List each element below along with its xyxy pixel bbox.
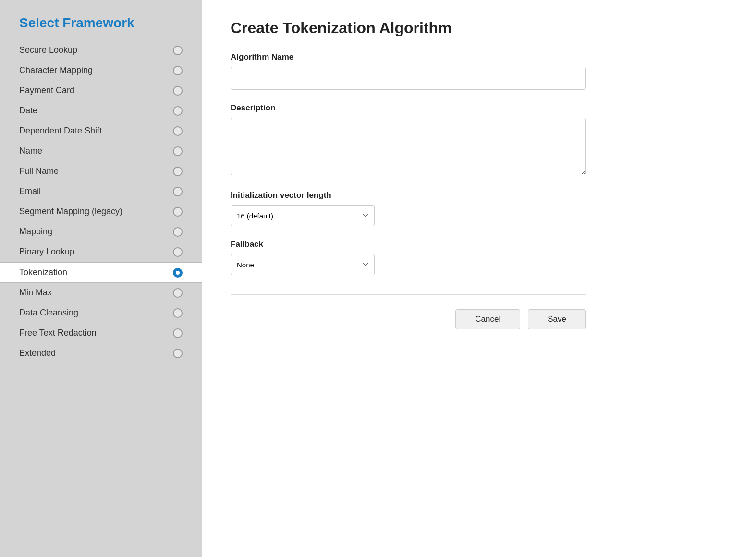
algorithm-name-input[interactable]: [231, 67, 586, 90]
sidebar-item-date[interactable]: Date: [0, 101, 202, 121]
radio-button-min-max[interactable]: [173, 288, 183, 298]
sidebar-title: Select Framework: [0, 12, 202, 40]
save-button[interactable]: Save: [528, 309, 586, 329]
radio-button-full-name[interactable]: [173, 167, 183, 176]
radio-button-character-mapping[interactable]: [173, 66, 183, 75]
page-title: Create Tokenization Algorithm: [231, 19, 727, 37]
description-textarea[interactable]: [231, 118, 586, 175]
sidebar-item-label: Segment Mapping (legacy): [19, 206, 173, 217]
sidebar-item-mapping[interactable]: Mapping: [0, 222, 202, 242]
sidebar-item-min-max[interactable]: Min Max: [0, 283, 202, 303]
sidebar-item-label: Payment Card: [19, 85, 173, 96]
radio-button-data-cleansing[interactable]: [173, 308, 183, 318]
description-label: Description: [231, 103, 727, 113]
framework-sidebar: Select Framework Secure LookupCharacter …: [0, 0, 202, 557]
vector-length-select[interactable]: 16 (default)832: [231, 205, 375, 226]
sidebar-items-list: Secure LookupCharacter MappingPayment Ca…: [0, 40, 202, 363]
form-actions: Cancel Save: [231, 309, 586, 329]
radio-button-secure-lookup[interactable]: [173, 46, 183, 55]
sidebar-item-label: Name: [19, 146, 173, 156]
sidebar-item-name[interactable]: Name: [0, 141, 202, 161]
sidebar-item-payment-card[interactable]: Payment Card: [0, 81, 202, 101]
sidebar-item-extended[interactable]: Extended: [0, 343, 202, 363]
sidebar-item-secure-lookup[interactable]: Secure Lookup: [0, 40, 202, 61]
sidebar-item-tokenization[interactable]: Tokenization: [0, 262, 202, 283]
sidebar-item-label: Full Name: [19, 166, 173, 176]
sidebar-item-label: Secure Lookup: [19, 45, 173, 55]
description-section: Description: [231, 103, 727, 177]
radio-button-mapping[interactable]: [173, 227, 183, 237]
sidebar-item-label: Min Max: [19, 288, 173, 298]
fallback-label: Fallback: [231, 240, 727, 249]
radio-button-name[interactable]: [173, 146, 183, 156]
sidebar-item-label: Character Mapping: [19, 65, 173, 75]
fallback-select[interactable]: NoneOption 1Option 2: [231, 254, 375, 275]
sidebar-item-label: Data Cleansing: [19, 308, 173, 318]
sidebar-item-email[interactable]: Email: [0, 182, 202, 202]
sidebar-item-data-cleansing[interactable]: Data Cleansing: [0, 303, 202, 323]
sidebar-item-free-text-redaction[interactable]: Free Text Redaction: [0, 323, 202, 343]
radio-button-extended[interactable]: [173, 349, 183, 358]
fallback-section: Fallback NoneOption 1Option 2: [231, 240, 727, 275]
sidebar-item-label: Mapping: [19, 227, 173, 237]
sidebar-item-label: Email: [19, 186, 173, 196]
vector-length-section: Initialization vector length 16 (default…: [231, 191, 727, 226]
radio-button-date[interactable]: [173, 106, 183, 116]
sidebar-item-segment-mapping[interactable]: Segment Mapping (legacy): [0, 202, 202, 222]
sidebar-item-label: Binary Lookup: [19, 247, 173, 257]
sidebar-item-character-mapping[interactable]: Character Mapping: [0, 61, 202, 81]
algorithm-name-label: Algorithm Name: [231, 52, 727, 62]
sidebar-item-label: Dependent Date Shift: [19, 126, 173, 136]
radio-button-free-text-redaction[interactable]: [173, 328, 183, 338]
radio-button-tokenization[interactable]: [173, 268, 183, 278]
sidebar-item-label: Tokenization: [19, 267, 173, 278]
cancel-button[interactable]: Cancel: [455, 309, 520, 329]
main-content: Create Tokenization Algorithm Algorithm …: [202, 0, 756, 557]
radio-button-dependent-date-shift[interactable]: [173, 126, 183, 136]
sidebar-item-dependent-date-shift[interactable]: Dependent Date Shift: [0, 121, 202, 141]
sidebar-item-label: Extended: [19, 348, 173, 358]
radio-button-segment-mapping[interactable]: [173, 207, 183, 217]
radio-button-email[interactable]: [173, 187, 183, 196]
vector-length-label: Initialization vector length: [231, 191, 727, 200]
sidebar-item-binary-lookup[interactable]: Binary Lookup: [0, 242, 202, 262]
form-divider: [231, 294, 586, 295]
sidebar-item-full-name[interactable]: Full Name: [0, 161, 202, 182]
radio-button-payment-card[interactable]: [173, 86, 183, 96]
sidebar-item-label: Date: [19, 106, 173, 116]
algorithm-name-section: Algorithm Name: [231, 52, 727, 90]
sidebar-item-label: Free Text Redaction: [19, 328, 173, 338]
radio-button-binary-lookup[interactable]: [173, 247, 183, 257]
